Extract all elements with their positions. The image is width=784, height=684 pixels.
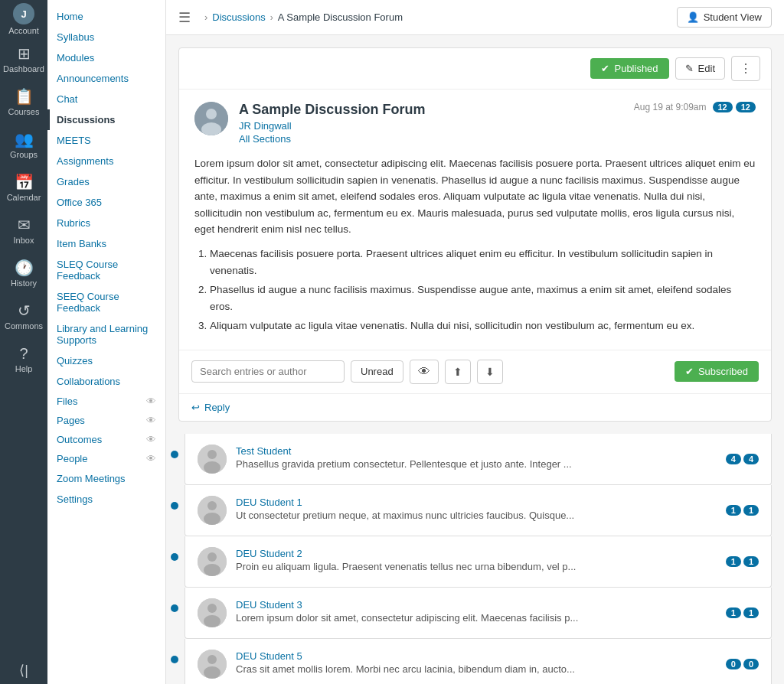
collapse-icon: ⬇ [485, 366, 495, 378]
calendar-nav-item[interactable]: 📅 Calendar [0, 167, 47, 210]
reply-label: Reply [204, 402, 230, 413]
sidebar-item-assignments[interactable]: Assignments [47, 151, 165, 171]
discussion-author-avatar [194, 102, 228, 135]
entry-avatar-1 [198, 496, 227, 525]
svg-point-4 [207, 450, 217, 459]
top-bar: ☰ › Discussions › A Sample Discussion Fo… [166, 0, 784, 35]
entry-badge-4-1: 0 [743, 659, 759, 669]
pages-eye-icon[interactable]: 👁 [146, 415, 156, 426]
dashboard-label: Dashboard [3, 64, 44, 73]
entry-author-4[interactable]: DEU Student 5 [236, 650, 302, 662]
edit-label: Edit [698, 63, 715, 74]
sidebar-item-pages[interactable]: Pages [57, 415, 85, 426]
sidebar-item-quizzes[interactable]: Quizzes [47, 350, 165, 371]
dashboard-nav-item[interactable]: ⊞ Dashboard [0, 38, 47, 81]
account-nav-item[interactable]: J Account [0, 0, 47, 38]
eye-toggle-button[interactable]: 👁 [410, 360, 439, 384]
sidebar-item-rubrics[interactable]: Rubrics [47, 213, 165, 233]
entry-wrapper-1: DEU Student 1 Ut consectetur pretium neq… [185, 485, 772, 536]
sidebar-item-grades[interactable]: Grades [47, 171, 165, 192]
entry-badge-2-1: 1 [743, 556, 759, 567]
entry-author-1[interactable]: DEU Student 1 [236, 497, 302, 508]
sidebar-item-seeq[interactable]: SEEQ Course Feedback [47, 286, 165, 318]
courses-nav-item[interactable]: 📋 Courses [0, 81, 47, 124]
groups-nav-item[interactable]: 👥 Groups [0, 124, 47, 167]
discussion-paragraph: Lorem ipsum dolor sit amet, consectetur … [194, 155, 756, 238]
discussion-date: Aug 19 at 9:09am [634, 102, 707, 112]
sidebar-item-announcements[interactable]: Announcements [47, 68, 165, 89]
table-row: DEU Student 5 Cras sit amet mollis lorem… [185, 639, 772, 684]
collapse-icon: ⟨| [19, 662, 28, 679]
sidebar-item-people[interactable]: People [57, 453, 87, 464]
subscribed-label: Subscribed [698, 366, 748, 377]
published-button[interactable]: ✔ Published [590, 58, 668, 79]
discussion-sections-link[interactable]: All Sections [239, 133, 623, 145]
breadcrumb: › Discussions › A Sample Discussion Foru… [204, 11, 403, 23]
entry-author-3[interactable]: DEU Student 3 [236, 599, 302, 611]
discussion-author-link[interactable]: JR Dingwall [239, 120, 292, 132]
entry-dot-2 [171, 553, 178, 561]
entry-badges-2: 1 1 [726, 556, 759, 567]
files-eye-icon[interactable]: 👁 [146, 396, 156, 407]
hamburger-button[interactable]: ☰ [178, 9, 191, 26]
subscribed-button[interactable]: ✔ Subscribed [675, 361, 759, 382]
sidebar-item-outcomes[interactable]: Outcomes [57, 434, 102, 445]
entry-badges-3: 1 1 [726, 607, 759, 618]
sidebar-item-syllabus[interactable]: Syllabus [47, 27, 165, 47]
discussion-toolbar: ✔ Published ✎ Edit ⋮ [179, 48, 771, 90]
breadcrumb-separator: › [204, 11, 207, 23]
student-view-icon: 👤 [687, 11, 699, 23]
entry-author-0[interactable]: Test Student [236, 445, 291, 457]
sidebar-item-collaborations[interactable]: Collaborations [47, 371, 165, 392]
sidebar-row-people: People 👁 [47, 449, 165, 468]
sidebar-item-home[interactable]: Home [47, 6, 165, 27]
discussion-badge-2: 12 [736, 102, 756, 112]
sidebar-item-files[interactable]: Files [57, 396, 77, 407]
collapse-nav-button[interactable]: ⟨| [0, 656, 47, 684]
student-view-button[interactable]: 👤 Student View [677, 7, 772, 28]
commons-nav-item[interactable]: ↺ Commons [0, 295, 47, 338]
reply-link[interactable]: ↩ Reply [191, 402, 759, 413]
discussion-badges: 12 12 [713, 102, 756, 112]
help-icon: ? [19, 346, 28, 361]
people-eye-icon[interactable]: 👁 [146, 453, 156, 464]
edit-button[interactable]: ✎ Edit [675, 57, 725, 80]
search-entries-input[interactable] [191, 360, 345, 383]
sidebar-item-settings[interactable]: Settings [47, 489, 165, 510]
unread-filter-button[interactable]: Unread [351, 360, 403, 383]
history-nav-item[interactable]: 🕐 History [0, 252, 47, 295]
entry-badges-1: 1 1 [726, 505, 759, 516]
inbox-nav-item[interactable]: ✉ Inbox [0, 210, 47, 252]
courses-icon: 📋 [15, 89, 34, 104]
sidebar-item-meets[interactable]: MEETS [47, 130, 165, 151]
entry-author-2[interactable]: DEU Student 2 [236, 548, 302, 559]
account-label: Account [8, 26, 39, 35]
checkmark-icon: ✔ [601, 63, 609, 74]
entry-avatar-4 [198, 650, 227, 679]
sidebar-item-zoom[interactable]: Zoom Meetings [47, 468, 165, 489]
table-row: DEU Student 2 Proin eu aliquam ligula. P… [185, 536, 772, 588]
help-nav-item[interactable]: ? Help [0, 338, 47, 381]
sidebar-item-discussions[interactable]: Discussions [47, 109, 165, 130]
entry-wrapper-3: DEU Student 3 Lorem ipsum dolor sit amet… [185, 588, 772, 639]
entry-content-0: Test Student Phasellus gravida pretium c… [236, 445, 720, 470]
sidebar-item-library[interactable]: Library and Learning Supports [47, 318, 165, 350]
expand-all-button[interactable]: ⬆ [445, 360, 471, 384]
sidebar-item-office365[interactable]: Office 365 [47, 192, 165, 213]
entry-content-4: DEU Student 5 Cras sit amet mollis lorem… [236, 650, 720, 675]
collapse-all-button[interactable]: ⬇ [477, 360, 503, 384]
outcomes-eye-icon[interactable]: 👁 [146, 434, 156, 445]
entry-wrapper-2: DEU Student 2 Proin eu aliquam ligula. P… [185, 536, 772, 588]
discussion-meta: A Sample Discussion Forum JR Dingwall Al… [239, 102, 623, 145]
more-options-button[interactable]: ⋮ [731, 56, 760, 81]
sidebar-item-chat[interactable]: Chat [47, 89, 165, 109]
sidebar-item-sleq[interactable]: SLEQ Course Feedback [47, 254, 165, 286]
left-navigation: J Account ⊞ Dashboard 📋 Courses 👥 Groups… [0, 0, 47, 684]
svg-point-14 [204, 615, 220, 627]
sidebar-item-modules[interactable]: Modules [47, 47, 165, 68]
entry-preview-2: Proin eu aliquam ligula. Praesent venena… [236, 561, 720, 572]
breadcrumb-discussions-link[interactable]: Discussions [212, 11, 265, 23]
sidebar-item-item-banks[interactable]: Item Banks [47, 233, 165, 254]
breadcrumb-current: A Sample Discussion Forum [278, 11, 403, 23]
account-avatar: J [13, 3, 34, 24]
